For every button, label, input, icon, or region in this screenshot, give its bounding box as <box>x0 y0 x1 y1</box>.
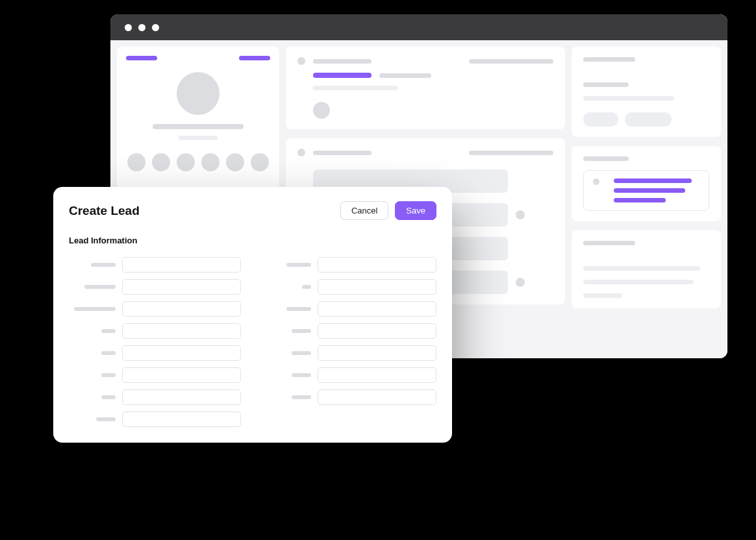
text-placeholder <box>379 73 431 78</box>
text-placeholder <box>583 280 694 284</box>
avatar[interactable] <box>251 153 269 171</box>
field-label-placeholder <box>91 263 116 267</box>
field-label-placeholder <box>96 417 116 421</box>
lead-field-input[interactable] <box>122 279 241 295</box>
form-row <box>264 367 436 383</box>
text-placeholder <box>469 151 553 155</box>
window-control-minimize[interactable] <box>138 24 145 31</box>
field-label-placeholder <box>74 307 116 311</box>
section-title: Lead Information <box>69 236 436 245</box>
field-label-placeholder <box>101 351 116 355</box>
form-row <box>264 279 436 295</box>
window-control-close[interactable] <box>125 24 132 31</box>
lead-field-input[interactable] <box>122 301 241 317</box>
lead-field-input[interactable] <box>122 411 241 427</box>
sidebar-link[interactable] <box>126 56 157 60</box>
lead-field-input[interactable] <box>122 389 241 405</box>
form-row <box>264 323 436 339</box>
bullet-icon <box>297 149 305 156</box>
lead-field-input[interactable] <box>318 389 436 405</box>
window-control-zoom[interactable] <box>152 24 159 31</box>
avatar[interactable] <box>226 153 244 171</box>
modal-header: Create Lead Cancel Save <box>69 201 436 220</box>
field-label-placeholder <box>286 307 311 311</box>
text-placeholder <box>583 57 635 62</box>
form-row <box>69 389 241 405</box>
field-label-placeholder <box>292 351 311 355</box>
window-titlebar <box>110 14 727 40</box>
bullet-icon <box>297 57 305 65</box>
avatar[interactable] <box>177 153 195 171</box>
field-label-placeholder <box>101 329 116 333</box>
form-row <box>69 411 241 427</box>
right-sidebar <box>572 47 721 352</box>
avatar[interactable] <box>201 153 220 171</box>
text-placeholder <box>583 241 635 245</box>
field-label-placeholder <box>101 395 116 399</box>
highlight-line <box>614 198 666 202</box>
highlight-line <box>614 178 692 183</box>
form-row <box>69 301 241 317</box>
profile-subtitle-placeholder <box>179 136 218 140</box>
lead-field-input[interactable] <box>122 367 241 383</box>
field-label-placeholder <box>286 263 311 267</box>
field-label-placeholder <box>101 373 116 377</box>
form-row <box>69 367 241 383</box>
form-row <box>69 279 241 295</box>
text-placeholder <box>313 86 397 90</box>
lead-field-input[interactable] <box>318 279 436 295</box>
field-label-placeholder <box>292 395 311 399</box>
form-row <box>264 301 436 317</box>
form-row <box>264 257 436 273</box>
status-dot-icon <box>516 210 525 219</box>
field-label-placeholder <box>302 285 311 289</box>
avatar[interactable] <box>152 153 170 171</box>
feed-card <box>286 47 565 129</box>
profile-name-placeholder <box>153 124 244 129</box>
info-card <box>572 47 721 137</box>
bullet-icon <box>593 178 599 185</box>
text-placeholder <box>583 82 629 87</box>
text-placeholder <box>583 156 629 161</box>
profile-avatar <box>177 72 220 115</box>
save-button[interactable]: Save <box>395 201 436 220</box>
form-row <box>69 323 241 339</box>
text-placeholder <box>583 293 622 298</box>
field-label-placeholder <box>84 285 116 289</box>
text-placeholder <box>469 59 553 64</box>
tag-chip[interactable] <box>583 112 618 127</box>
avatar <box>313 102 330 119</box>
highlight-card[interactable] <box>583 170 709 211</box>
text-placeholder <box>313 151 372 155</box>
form-row <box>69 257 241 273</box>
modal-title: Create Lead <box>69 204 140 218</box>
cancel-button[interactable]: Cancel <box>340 201 388 220</box>
lead-field-input[interactable] <box>318 323 436 339</box>
lead-field-input[interactable] <box>318 367 436 383</box>
lead-field-input[interactable] <box>122 345 241 361</box>
text-placeholder <box>583 96 674 101</box>
lead-field-input[interactable] <box>318 257 436 273</box>
status-dot-icon <box>516 278 525 287</box>
info-card <box>572 146 721 221</box>
form-row <box>264 345 436 361</box>
tag-chip[interactable] <box>625 112 672 127</box>
highlight-line <box>614 188 685 193</box>
related-avatars <box>127 153 269 171</box>
lead-field-input[interactable] <box>318 301 436 317</box>
field-label-placeholder <box>292 373 311 377</box>
sidebar-link[interactable] <box>239 56 270 60</box>
lead-field-input[interactable] <box>122 257 241 273</box>
info-card <box>572 230 721 308</box>
avatar[interactable] <box>127 153 145 171</box>
lead-field-input[interactable] <box>318 345 436 361</box>
form-row <box>264 389 436 405</box>
highlight-link[interactable] <box>313 73 372 78</box>
lead-form <box>69 257 436 427</box>
text-placeholder <box>313 59 372 64</box>
form-row <box>69 345 241 361</box>
field-label-placeholder <box>292 329 311 333</box>
create-lead-modal: Create Lead Cancel Save Lead Information <box>53 187 452 443</box>
text-placeholder <box>583 266 700 271</box>
lead-field-input[interactable] <box>122 323 241 339</box>
